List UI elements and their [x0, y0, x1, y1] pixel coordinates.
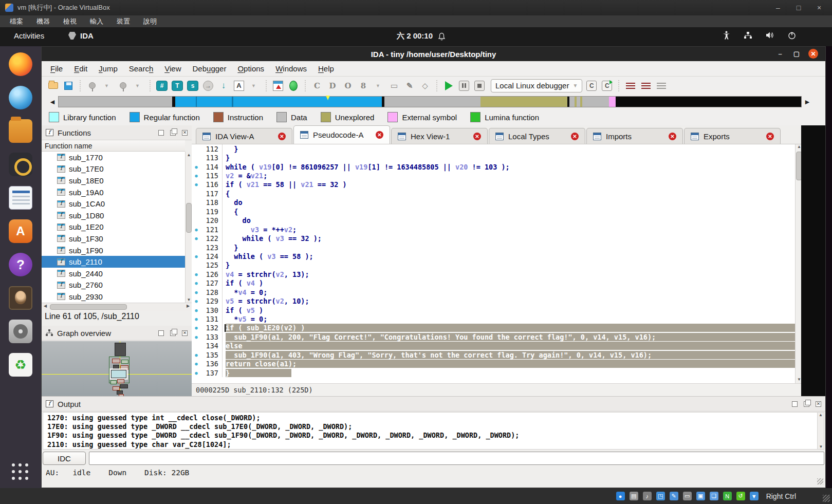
- function-row[interactable]: sub_17E0: [42, 163, 185, 175]
- graph-overview-canvas[interactable]: [42, 341, 192, 396]
- set-colors-button[interactable]: [272, 80, 284, 92]
- folder-icon[interactable]: ▭: [683, 492, 692, 500]
- tab-close-button[interactable]: ✕: [669, 133, 676, 140]
- pseudocode-view[interactable]: ●112 }●113}●114while ( v19[0] != 8610962…: [192, 144, 795, 383]
- function-row[interactable]: sub_1E20: [42, 221, 185, 233]
- function-row[interactable]: sub_1770: [42, 152, 185, 163]
- tab-imports[interactable]: Imports✕: [586, 128, 683, 144]
- tab-local-types[interactable]: Local Types✕: [489, 128, 585, 144]
- code-line[interactable]: ●134else: [192, 342, 795, 350]
- code-line[interactable]: ●112 }: [192, 144, 795, 153]
- tab-pseudocode-a[interactable]: Pseudocode-A✕: [293, 125, 390, 144]
- vb-menu-item-3[interactable]: 檢視: [57, 17, 83, 26]
- code-line[interactable]: ●130if ( v5 ): [192, 306, 795, 314]
- output-restore-button[interactable]: [804, 401, 809, 407]
- sync-icon[interactable]: ↺: [736, 492, 745, 500]
- code-line[interactable]: ●126v4 = strchr(v2, 13);: [192, 270, 795, 278]
- photos-icon[interactable]: [9, 153, 32, 176]
- operand-format-button[interactable]: 8: [357, 80, 369, 92]
- lumina-button[interactable]: [287, 80, 300, 92]
- code-line[interactable]: ●115v2 = &v21;: [192, 171, 795, 180]
- functions-minimize-button[interactable]: [158, 130, 164, 136]
- focused-app-menu[interactable]: IDA: [68, 31, 94, 40]
- ida-close-button[interactable]: ✕: [808, 49, 818, 59]
- harddisk-icon[interactable]: ●: [616, 492, 625, 500]
- menu-file[interactable]: File: [45, 64, 68, 73]
- browser-icon[interactable]: [9, 86, 32, 109]
- vb-close-button[interactable]: ×: [815, 4, 824, 12]
- audio-icon[interactable]: ♪: [643, 492, 652, 500]
- menu-search[interactable]: Search: [123, 64, 159, 73]
- diamond-button[interactable]: ◇: [419, 80, 431, 92]
- graph-overview-header[interactable]: Graph overview ✕: [42, 326, 192, 341]
- breakpoint-dot[interactable]: ●: [193, 370, 200, 376]
- breakpoint-dot[interactable]: ●: [193, 254, 200, 259]
- function-row[interactable]: sub_2110: [42, 256, 185, 268]
- start-process-button[interactable]: [442, 80, 455, 92]
- operand-dropdown[interactable]: ▼: [373, 80, 385, 92]
- code-line[interactable]: ●113}: [192, 153, 795, 162]
- code-line[interactable]: ●132if ( sub_1E20(v2) ): [192, 324, 795, 332]
- breakpoints-button[interactable]: [640, 80, 652, 92]
- breakpoint-dot[interactable]: ●: [193, 173, 200, 178]
- menu-windows[interactable]: Windows: [270, 64, 312, 73]
- gallery-portrait-icon[interactable]: [9, 286, 32, 310]
- activities-button[interactable]: Activities: [14, 31, 44, 40]
- ida-titlebar[interactable]: IDA - tiny /home/user/Desktop/tiny – ▢ ✕: [42, 47, 825, 61]
- make-number-button[interactable]: #: [156, 80, 168, 92]
- function-row[interactable]: sub_1D80: [42, 210, 185, 221]
- code-line[interactable]: ●117{: [192, 189, 795, 198]
- code-line[interactable]: ●114while ( v19[0] != 861096257 || v19[1…: [192, 162, 795, 171]
- xrefs-button[interactable]: →: [202, 80, 214, 92]
- jump-forward-dropdown[interactable]: ▼: [132, 80, 144, 92]
- jump-back-button[interactable]: [86, 80, 98, 92]
- functions-close-button[interactable]: ✕: [182, 130, 188, 136]
- breakpoint-dot[interactable]: ●: [193, 182, 200, 187]
- disks-icon[interactable]: [9, 320, 32, 343]
- open-file-button[interactable]: [47, 80, 59, 92]
- clock[interactable]: 六 2 00:10: [397, 31, 446, 41]
- function-row[interactable]: sub_1CA0: [42, 198, 185, 210]
- menu-edit[interactable]: Edit: [68, 64, 93, 73]
- vb-menu-item-1[interactable]: 檔案: [3, 17, 30, 26]
- function-row[interactable]: sub_1F30: [42, 233, 185, 245]
- tab-ida-view-a[interactable]: IDA View-A✕: [196, 128, 292, 144]
- vb-maximize-button[interactable]: □: [794, 4, 803, 12]
- code-line[interactable]: ●131 *v5 = 0;: [192, 314, 795, 323]
- breakpoint-dot[interactable]: ●: [193, 352, 200, 358]
- functions-panel-header[interactable]: Functions ✕: [42, 125, 192, 140]
- create-data-button[interactable]: D: [326, 80, 339, 92]
- breakpoint-dot[interactable]: ●: [193, 227, 200, 232]
- output-scrollbar[interactable]: ▲▼: [817, 413, 824, 449]
- functions-horizontal-scrollbar[interactable]: ◀ ▶: [42, 303, 192, 311]
- output-minimize-button[interactable]: [792, 401, 798, 407]
- windows-icon[interactable]: ◳: [656, 492, 665, 500]
- usb-icon[interactable]: ✎: [670, 492, 678, 500]
- tab-close-button[interactable]: ✕: [376, 131, 383, 139]
- network-icon[interactable]: N: [723, 492, 732, 500]
- breakpoint-dot[interactable]: ●: [193, 361, 200, 366]
- edit-function-button[interactable]: ✎: [403, 80, 416, 92]
- breakpoint-dot[interactable]: ●: [193, 281, 200, 286]
- idc-command-input[interactable]: [89, 452, 824, 465]
- code-line[interactable]: ●124 while ( v3 == 58 );: [192, 252, 795, 260]
- menu-jump[interactable]: Jump: [93, 64, 123, 73]
- vb-menu-item-5[interactable]: 裝置: [110, 17, 137, 26]
- band-scroll-right-button[interactable]: ▶: [804, 96, 811, 107]
- functions-restore-button[interactable]: [170, 130, 176, 136]
- code-line[interactable]: ●116if ( v21 == 58 || v21 == 32 ): [192, 180, 795, 189]
- breakpoint-dot[interactable]: ●: [193, 316, 200, 322]
- code-line[interactable]: ●128 *v4 = 0;: [192, 288, 795, 296]
- scroll-left-arrow[interactable]: ◀: [42, 304, 49, 308]
- make-text-button[interactable]: T: [171, 80, 183, 92]
- menu-debugger[interactable]: Debugger: [187, 64, 232, 73]
- output-log[interactable]: 1270: using guessed type int __cdecl clo…: [43, 412, 824, 450]
- code-line[interactable]: ●120 do: [192, 216, 795, 225]
- host-key-menu-icon[interactable]: ▼: [750, 492, 759, 500]
- tab-close-button[interactable]: ✕: [571, 133, 579, 140]
- code-line[interactable]: ●122 while ( v3 == 32 );: [192, 234, 795, 242]
- firefox-icon[interactable]: [9, 52, 32, 76]
- accessibility-icon[interactable]: [723, 31, 730, 40]
- code-line[interactable]: ●121 v3 = *++v2;: [192, 225, 795, 234]
- vb-menu-item-4[interactable]: 輸入: [83, 17, 110, 26]
